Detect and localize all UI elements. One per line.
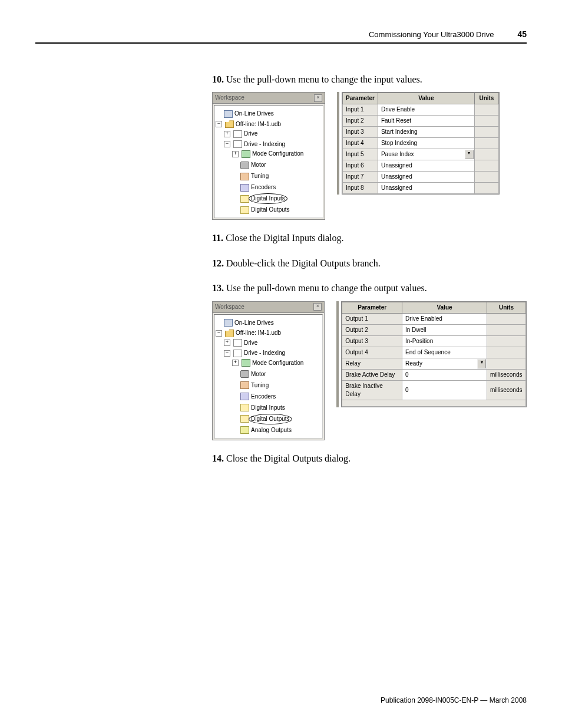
cell-value[interactable]: End of Sequence (402, 347, 487, 358)
tree-node[interactable]: Encoders (251, 393, 276, 401)
tree-node[interactable]: Mode Configuration (252, 150, 303, 158)
cell-units (474, 138, 498, 149)
close-icon[interactable]: × (314, 94, 322, 102)
tree-node[interactable]: On-Line Drives (234, 110, 274, 118)
close-icon[interactable]: × (313, 303, 322, 311)
workspace-panel: Workspace × On-Line Drives −Off-line: IM… (212, 92, 325, 220)
tree-node[interactable]: Mode Configuration (252, 359, 303, 367)
document-icon (233, 140, 242, 148)
header-title: Commissioning Your Ultra3000 Drive (369, 30, 494, 39)
cell-units (487, 324, 526, 335)
cell-value[interactable]: In Dwell (402, 324, 487, 335)
cell-value[interactable]: Unassigned (378, 183, 474, 194)
cell-units: milliseconds (487, 369, 526, 380)
tree-node[interactable]: Motor (251, 370, 266, 378)
page-number: 45 (517, 29, 527, 39)
chevron-down-icon[interactable]: ▾ (465, 150, 474, 159)
folder-open-icon (225, 330, 234, 337)
motor-icon (240, 370, 249, 378)
tree-node[interactable]: Analog Outputs (251, 426, 292, 434)
step-10: 10. Use the pull-down menu to change the… (212, 73, 527, 86)
cell-param: Input 1 (343, 104, 378, 116)
cell-param: Input 5 (343, 149, 378, 160)
cell-value[interactable]: In-Position (402, 335, 487, 347)
cell-units (487, 313, 526, 324)
cell-value[interactable]: 0 (402, 369, 487, 380)
step-text: Use the pull-down menu to change the out… (226, 283, 427, 293)
page-header: Commissioning Your Ultra3000 Drive 45 (35, 29, 527, 44)
digital-inputs-icon (240, 195, 249, 203)
tree-node[interactable]: Tuning (251, 172, 269, 180)
col-value: Value (378, 93, 474, 104)
cell-units: milliseconds (487, 380, 526, 400)
cell-value[interactable]: Drive Enabled (402, 313, 487, 324)
cell-param: Input 8 (343, 183, 378, 194)
tree-node-highlighted[interactable]: Digital Inputs (251, 195, 285, 203)
collapse-icon[interactable]: − (216, 121, 222, 127)
cell-units (474, 183, 498, 194)
workspace-panel: Workspace × On-Line Drives −Off-line: IM… (212, 301, 325, 440)
expand-icon[interactable]: + (232, 151, 239, 157)
cell-value[interactable]: 0 (402, 380, 487, 400)
expand-icon[interactable]: + (224, 340, 230, 346)
cell-value-dropdown[interactable]: Pause Index▾ (378, 149, 474, 160)
tree-node[interactable]: On-Line Drives (234, 319, 274, 327)
tree-node[interactable]: Digital Outputs (251, 206, 290, 214)
cell-value[interactable]: Start Indexing (378, 127, 474, 138)
cell-param: Input 3 (343, 127, 378, 138)
cell-value[interactable]: Stop Indexing (378, 138, 474, 149)
step-13: 13. Use the pull-down menu to change the… (212, 282, 527, 295)
step-number: 14. (212, 453, 224, 463)
tree-node-highlighted[interactable]: Digital Outputs (251, 415, 290, 423)
cell-value[interactable]: Unassigned (378, 160, 474, 172)
step-12: 12. Double-click the Digital Outputs bra… (212, 257, 527, 270)
tree-node[interactable]: Off-line: IM-1.udb (236, 120, 281, 129)
tree-node[interactable]: Drive - Indexing (244, 140, 285, 149)
chevron-down-icon[interactable]: ▾ (477, 359, 486, 368)
module-icon (242, 359, 250, 367)
col-value: Value (402, 302, 487, 313)
module-icon (242, 150, 250, 158)
step-text: Close the Digital Outputs dialog. (226, 453, 351, 463)
cell-units (474, 160, 498, 172)
cell-param: Output 4 (342, 347, 402, 358)
document-icon (233, 350, 242, 357)
expand-icon[interactable]: + (224, 131, 230, 137)
cell-value[interactable]: Unassigned (378, 172, 474, 183)
cell-value[interactable]: Drive Enable (378, 104, 474, 116)
collapse-icon[interactable]: − (216, 330, 222, 337)
workspace-tree[interactable]: On-Line Drives −Off-line: IM-1.udb +Driv… (214, 105, 323, 218)
cell-param: Output 3 (342, 335, 402, 347)
workspace-tree[interactable]: On-Line Drives −Off-line: IM-1.udb +Driv… (214, 314, 323, 439)
drives-icon (224, 110, 233, 118)
tree-node[interactable]: Drive (244, 339, 257, 347)
step-text: Double-click the Digital Outputs branch. (226, 258, 381, 268)
tree-node[interactable]: Digital Inputs (251, 404, 285, 412)
tree-node[interactable]: Tuning (251, 381, 269, 390)
cell-param: Relay (342, 358, 402, 369)
tree-node[interactable]: Motor (251, 161, 266, 169)
digital-outputs-table: Parameter Value Units Output 1Drive Enab… (342, 302, 526, 400)
digital-inputs-icon (240, 404, 249, 411)
step-number: 12. (212, 258, 224, 268)
cell-param: Input 2 (343, 116, 378, 127)
encoder-icon (240, 184, 249, 192)
drives-icon (224, 319, 233, 327)
cell-units (474, 127, 498, 138)
tree-node[interactable]: Drive - Indexing (244, 349, 285, 357)
tree-node[interactable]: Encoders (251, 183, 276, 192)
cell-param: Input 7 (343, 172, 378, 183)
collapse-icon[interactable]: − (224, 350, 230, 357)
cell-units (474, 149, 498, 160)
step-number: 10. (212, 74, 224, 84)
collapse-icon[interactable]: − (224, 141, 230, 147)
tree-node[interactable]: Drive (244, 130, 257, 138)
cell-value[interactable]: Fault Reset (378, 116, 474, 127)
cell-param: Input 4 (343, 138, 378, 149)
cell-units (487, 358, 526, 369)
expand-icon[interactable]: + (232, 360, 239, 366)
cell-param: Input 6 (343, 160, 378, 172)
cell-value-dropdown[interactable]: Ready▾ (402, 358, 487, 369)
cell-units (474, 172, 498, 183)
tree-node[interactable]: Off-line: IM-1.udb (236, 329, 281, 337)
